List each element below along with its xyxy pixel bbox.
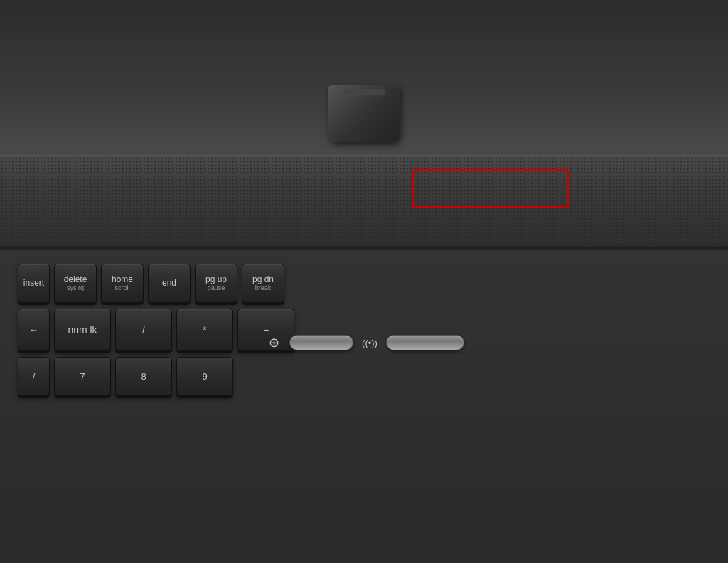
key-slash-2[interactable]: / (18, 357, 50, 396)
key-7[interactable]: 7 (54, 357, 111, 396)
hinge-piece (328, 85, 400, 142)
key-end[interactable]: end (148, 264, 191, 303)
keyboard-area: insert delete sys rq home scroll end pg … (0, 247, 728, 563)
key-8[interactable]: 8 (115, 357, 172, 396)
globe-icon: ⊕ (264, 333, 284, 353)
key-insert[interactable]: insert (18, 264, 50, 303)
key-pgup-pause[interactable]: pg up pause (195, 264, 237, 303)
left-control-button[interactable] (289, 335, 353, 350)
key-row-numpad-bottom: / 7 8 9 (14, 357, 714, 396)
wifi-icon: ((•)) (359, 335, 380, 350)
key-arrow-left[interactable]: ← (18, 309, 50, 351)
key-numlk[interactable]: num lk (54, 309, 111, 351)
hinge-area (307, 85, 421, 156)
key-delete[interactable]: delete sys rq (54, 264, 97, 303)
right-control-button[interactable] (386, 335, 464, 350)
laptop-body: ⊕ ((•)) insert delete sys rq home scroll… (0, 0, 728, 563)
key-slash[interactable]: / (115, 309, 172, 351)
key-9[interactable]: 9 (176, 357, 233, 396)
speaker-grill (0, 156, 728, 246)
controls-strip: ⊕ ((•)) (264, 333, 464, 353)
speaker-panel: ⊕ ((•)) (0, 155, 728, 247)
key-pgdn-break[interactable]: pg dn break (242, 264, 284, 303)
key-row-function: insert delete sys rq home scroll end pg … (14, 264, 714, 303)
key-asterisk[interactable]: * (176, 309, 233, 351)
key-home-scroll[interactable]: home scroll (101, 264, 144, 303)
